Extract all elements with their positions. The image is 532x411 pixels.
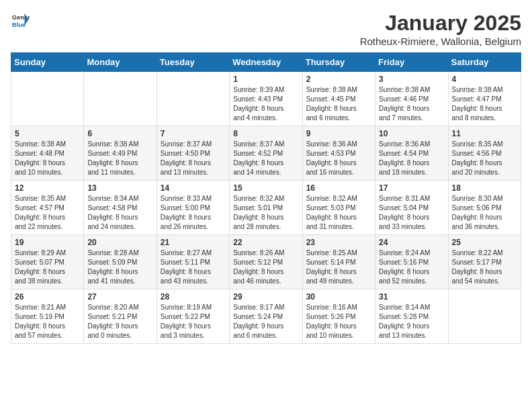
calendar-cell: 14Sunrise: 8:33 AM Sunset: 5:00 PM Dayli… xyxy=(157,181,229,235)
day-info: Sunrise: 8:32 AM Sunset: 5:01 PM Dayligh… xyxy=(233,194,298,232)
day-info: Sunrise: 8:33 AM Sunset: 5:00 PM Dayligh… xyxy=(161,194,226,232)
day-info: Sunrise: 8:27 AM Sunset: 5:11 PM Dayligh… xyxy=(161,248,226,286)
day-info: Sunrise: 8:34 AM Sunset: 4:58 PM Dayligh… xyxy=(87,194,152,232)
day-number: 8 xyxy=(233,129,298,138)
calendar-cell: 2Sunrise: 8:38 AM Sunset: 4:45 PM Daylig… xyxy=(302,72,375,126)
calendar-cell xyxy=(157,72,229,126)
day-number: 14 xyxy=(161,183,226,193)
day-number: 25 xyxy=(452,238,517,247)
day-info: Sunrise: 8:35 AM Sunset: 4:56 PM Dayligh… xyxy=(452,140,517,177)
day-number: 29 xyxy=(233,292,298,302)
day-info: Sunrise: 8:16 AM Sunset: 5:26 PM Dayligh… xyxy=(306,303,371,340)
calendar-cell: 6Sunrise: 8:38 AM Sunset: 4:49 PM Daylig… xyxy=(84,126,157,181)
day-number: 16 xyxy=(306,183,371,193)
weekday-header-friday: Friday xyxy=(375,53,448,72)
calendar-cell: 7Sunrise: 8:37 AM Sunset: 4:50 PM Daylig… xyxy=(157,126,229,181)
calendar-subtitle: Rotheux-Rimiere, Wallonia, Belgium xyxy=(360,36,521,47)
weekday-header-thursday: Thursday xyxy=(302,53,375,72)
calendar-cell: 16Sunrise: 8:32 AM Sunset: 5:03 PM Dayli… xyxy=(302,181,375,235)
day-number: 17 xyxy=(379,183,444,193)
day-info: Sunrise: 8:32 AM Sunset: 5:03 PM Dayligh… xyxy=(306,194,371,232)
day-info: Sunrise: 8:38 AM Sunset: 4:46 PM Dayligh… xyxy=(379,85,444,123)
calendar-cell: 22Sunrise: 8:26 AM Sunset: 5:12 PM Dayli… xyxy=(230,235,302,289)
day-info: Sunrise: 8:37 AM Sunset: 4:52 PM Dayligh… xyxy=(233,140,298,177)
day-number: 5 xyxy=(15,129,80,138)
logo-icon: General Blue xyxy=(11,11,30,30)
calendar-cell: 26Sunrise: 8:21 AM Sunset: 5:19 PM Dayli… xyxy=(11,289,84,344)
calendar-cell: 29Sunrise: 8:17 AM Sunset: 5:24 PM Dayli… xyxy=(230,289,302,344)
calendar-cell: 31Sunrise: 8:14 AM Sunset: 5:28 PM Dayli… xyxy=(375,289,448,344)
calendar-cell: 27Sunrise: 8:20 AM Sunset: 5:21 PM Dayli… xyxy=(84,289,157,344)
day-number: 22 xyxy=(233,238,298,247)
day-info: Sunrise: 8:22 AM Sunset: 5:17 PM Dayligh… xyxy=(452,248,517,286)
calendar-cell: 25Sunrise: 8:22 AM Sunset: 5:17 PM Dayli… xyxy=(448,235,521,289)
day-number: 11 xyxy=(452,129,517,138)
weekday-header-wednesday: Wednesday xyxy=(230,53,302,72)
day-number: 26 xyxy=(15,292,80,302)
day-number: 31 xyxy=(379,292,444,302)
day-info: Sunrise: 8:39 AM Sunset: 4:43 PM Dayligh… xyxy=(233,85,298,123)
day-number: 28 xyxy=(161,292,226,302)
weekday-header-row: SundayMondayTuesdayWednesdayThursdayFrid… xyxy=(11,53,521,72)
page-header: General Blue January 2025 Rotheux-Rimier… xyxy=(11,11,521,47)
day-number: 19 xyxy=(15,238,80,247)
calendar-cell: 12Sunrise: 8:35 AM Sunset: 4:57 PM Dayli… xyxy=(11,181,84,235)
day-info: Sunrise: 8:36 AM Sunset: 4:53 PM Dayligh… xyxy=(306,140,371,177)
calendar-cell: 23Sunrise: 8:25 AM Sunset: 5:14 PM Dayli… xyxy=(302,235,375,289)
calendar-cell: 19Sunrise: 8:29 AM Sunset: 5:07 PM Dayli… xyxy=(11,235,84,289)
weekday-header-sunday: Sunday xyxy=(11,53,84,72)
calendar-cell: 4Sunrise: 8:38 AM Sunset: 4:47 PM Daylig… xyxy=(448,72,521,126)
calendar-week-0: 1Sunrise: 8:39 AM Sunset: 4:43 PM Daylig… xyxy=(11,72,521,126)
calendar-cell xyxy=(448,289,521,344)
day-info: Sunrise: 8:30 AM Sunset: 5:06 PM Dayligh… xyxy=(452,194,517,232)
calendar-week-2: 12Sunrise: 8:35 AM Sunset: 4:57 PM Dayli… xyxy=(11,181,521,235)
calendar-week-3: 19Sunrise: 8:29 AM Sunset: 5:07 PM Dayli… xyxy=(11,235,521,289)
day-number: 21 xyxy=(161,238,226,247)
day-number: 24 xyxy=(379,238,444,247)
day-info: Sunrise: 8:29 AM Sunset: 5:07 PM Dayligh… xyxy=(15,248,80,286)
day-info: Sunrise: 8:21 AM Sunset: 5:19 PM Dayligh… xyxy=(15,303,80,340)
calendar-table: SundayMondayTuesdayWednesdayThursdayFrid… xyxy=(11,52,521,344)
day-number: 6 xyxy=(87,129,152,138)
weekday-header-tuesday: Tuesday xyxy=(157,53,229,72)
day-info: Sunrise: 8:14 AM Sunset: 5:28 PM Dayligh… xyxy=(379,303,444,340)
calendar-cell xyxy=(11,72,84,126)
calendar-cell: 30Sunrise: 8:16 AM Sunset: 5:26 PM Dayli… xyxy=(302,289,375,344)
calendar-cell: 10Sunrise: 8:36 AM Sunset: 4:54 PM Dayli… xyxy=(375,126,448,181)
day-number: 30 xyxy=(306,292,371,302)
day-info: Sunrise: 8:35 AM Sunset: 4:57 PM Dayligh… xyxy=(15,194,80,232)
calendar-cell: 24Sunrise: 8:24 AM Sunset: 5:16 PM Dayli… xyxy=(375,235,448,289)
weekday-header-monday: Monday xyxy=(84,53,157,72)
day-number: 2 xyxy=(306,75,371,84)
day-info: Sunrise: 8:26 AM Sunset: 5:12 PM Dayligh… xyxy=(233,248,298,286)
calendar-cell: 17Sunrise: 8:31 AM Sunset: 5:04 PM Dayli… xyxy=(375,181,448,235)
calendar-cell: 1Sunrise: 8:39 AM Sunset: 4:43 PM Daylig… xyxy=(230,72,302,126)
day-number: 20 xyxy=(87,238,152,247)
day-info: Sunrise: 8:28 AM Sunset: 5:09 PM Dayligh… xyxy=(87,248,152,286)
day-info: Sunrise: 8:31 AM Sunset: 5:04 PM Dayligh… xyxy=(379,194,444,232)
calendar-cell: 18Sunrise: 8:30 AM Sunset: 5:06 PM Dayli… xyxy=(448,181,521,235)
day-info: Sunrise: 8:38 AM Sunset: 4:47 PM Dayligh… xyxy=(452,85,517,123)
calendar-cell: 21Sunrise: 8:27 AM Sunset: 5:11 PM Dayli… xyxy=(157,235,229,289)
day-number: 18 xyxy=(452,183,517,193)
calendar-week-1: 5Sunrise: 8:38 AM Sunset: 4:48 PM Daylig… xyxy=(11,126,521,181)
day-number: 27 xyxy=(87,292,152,302)
title-area: January 2025 Rotheux-Rimiere, Wallonia, … xyxy=(360,11,521,47)
day-info: Sunrise: 8:36 AM Sunset: 4:54 PM Dayligh… xyxy=(379,140,444,177)
day-info: Sunrise: 8:19 AM Sunset: 5:22 PM Dayligh… xyxy=(161,303,226,340)
calendar-cell: 5Sunrise: 8:38 AM Sunset: 4:48 PM Daylig… xyxy=(11,126,84,181)
svg-text:Blue: Blue xyxy=(12,21,26,28)
calendar-title: January 2025 xyxy=(360,11,521,36)
day-info: Sunrise: 8:38 AM Sunset: 4:49 PM Dayligh… xyxy=(87,140,152,177)
calendar-cell: 3Sunrise: 8:38 AM Sunset: 4:46 PM Daylig… xyxy=(375,72,448,126)
calendar-cell: 15Sunrise: 8:32 AM Sunset: 5:01 PM Dayli… xyxy=(230,181,302,235)
day-info: Sunrise: 8:38 AM Sunset: 4:45 PM Dayligh… xyxy=(306,85,371,123)
calendar-cell: 8Sunrise: 8:37 AM Sunset: 4:52 PM Daylig… xyxy=(230,126,302,181)
day-number: 9 xyxy=(306,129,371,138)
logo: General Blue xyxy=(11,11,30,30)
day-number: 23 xyxy=(306,238,371,247)
day-info: Sunrise: 8:17 AM Sunset: 5:24 PM Dayligh… xyxy=(233,303,298,340)
day-number: 15 xyxy=(233,183,298,193)
calendar-cell xyxy=(84,72,157,126)
day-info: Sunrise: 8:37 AM Sunset: 4:50 PM Dayligh… xyxy=(161,140,226,177)
